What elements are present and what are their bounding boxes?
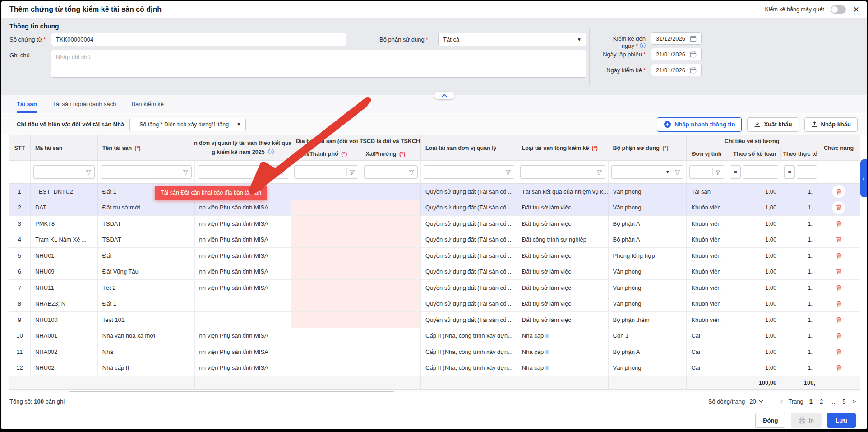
ghi-chu-field[interactable]: Nhập ghi chú xyxy=(51,50,586,78)
calendar-icon[interactable] xyxy=(690,35,697,42)
bo-phan-su-dung-select[interactable]: Tất cả ▼ xyxy=(438,33,586,46)
import-button[interactable]: Nhập khẩu xyxy=(804,117,858,132)
page-1[interactable]: 1 xyxy=(808,398,814,405)
filter-don-vi-input[interactable] xyxy=(201,168,275,176)
page-2[interactable]: 2 xyxy=(818,398,824,405)
delete-row-button[interactable] xyxy=(832,281,845,294)
tab-tai-san[interactable]: Tài sản xyxy=(17,95,37,113)
col-bo-phan-su-dung[interactable]: Bộ phận sử dụng (*) xyxy=(608,135,687,160)
delete-row-button[interactable] xyxy=(832,330,845,342)
delete-row-button[interactable] xyxy=(832,217,845,230)
rows-per-page-select[interactable]: 20 xyxy=(749,398,763,405)
table-row[interactable]: 11NHA002Nhành viện Phụ sản tỉnh MISACấp … xyxy=(9,344,860,360)
cell-ma: PMKT8 xyxy=(31,216,98,232)
filter-thuc-te-input[interactable] xyxy=(800,168,814,176)
delete-row-button[interactable] xyxy=(832,313,845,326)
collapse-panel-button[interactable] xyxy=(434,92,454,99)
delete-row-button[interactable] xyxy=(832,297,845,310)
table-row[interactable]: 1TEST_DNTU2Đất 1Quyền sử dụng đất (Tài s… xyxy=(9,184,860,200)
ngay-lap-phieu-field[interactable]: 21/01/2026 xyxy=(651,48,702,60)
chi-tieu-select[interactable]: = Số tầng * Diện tích xây dựng/1 tầng ▼ xyxy=(129,118,246,131)
filter-dvt-input[interactable] xyxy=(693,168,710,176)
calendar-icon[interactable] xyxy=(690,51,697,58)
table-row[interactable]: 4Trạm KL Nậm Xé ...TSDATnh viện Phụ sản … xyxy=(9,232,860,248)
filter-theo-so-input[interactable] xyxy=(746,168,775,176)
filter-funnel-icon[interactable] xyxy=(83,168,92,176)
filter-funnel-icon[interactable] xyxy=(594,168,602,176)
filter-ten-input[interactable] xyxy=(104,168,178,176)
equals-operator[interactable]: = xyxy=(784,165,795,179)
table-row[interactable]: 3PMKT8TSDATnh viện Phụ sản tỉnh MISAQuyề… xyxy=(9,216,860,232)
col-xa-phuong[interactable]: Xã/Phường (*) xyxy=(361,148,421,160)
table-row[interactable]: 9NHU100Test 101Quyền sử dụng đất (Tài sả… xyxy=(9,312,860,328)
col-tinh-thanh-pho[interactable]: Tỉnh/Thành phố (*) xyxy=(291,148,361,160)
col-theo-so-ke-toan[interactable]: Theo sổ kế toán xyxy=(727,148,781,160)
delete-row-button[interactable] xyxy=(832,233,845,246)
close-icon[interactable]: ✕ xyxy=(852,5,860,14)
so-chung-tu-field[interactable] xyxy=(51,33,346,46)
table-row[interactable]: 10NHA001Nhà văn hóa xã mớinh viện Phụ sả… xyxy=(9,328,860,344)
cell-bo_phan: Văn phòng xyxy=(609,280,687,296)
ngay-kiem-ke-field[interactable]: 21/01/2026 xyxy=(651,64,702,76)
delete-row-button[interactable] xyxy=(832,362,845,374)
filter-bo-phan-input[interactable] xyxy=(614,168,664,176)
filter-funnel-icon[interactable] xyxy=(277,168,285,176)
tab-tai-san-ngoai-danh-sach[interactable]: Tài sản ngoài danh sách xyxy=(52,95,116,113)
table-row[interactable]: 2DATĐất trụ sở mớinh viện Phụ sản tỉnh M… xyxy=(9,200,860,216)
kiem-ke-den-ngay-field[interactable]: 31/12/2026 xyxy=(651,32,702,45)
next-page-button[interactable]: > xyxy=(851,398,857,405)
filter-funnel-icon[interactable] xyxy=(712,168,721,176)
table-row[interactable]: 8NHAB23; NĐất 1Quyền sử dụng đất (Tài sả… xyxy=(9,296,860,312)
tab-ban-kiem-ke[interactable]: Ban kiểm kê xyxy=(131,95,164,113)
table-row[interactable]: 7NHU11Tét 2nh viện Phụ sản tỉnh MISAQuyề… xyxy=(9,280,860,296)
table-row[interactable]: 6NHU09Đất Vũng Tàunh viện Phụ sản tỉnh M… xyxy=(9,264,860,280)
col-don-vi-quan-ly[interactable]: n đơn vị quản lý tài sản theo kết quả g … xyxy=(194,135,291,160)
scanner-toggle[interactable] xyxy=(831,5,846,14)
filter-ma-input[interactable] xyxy=(37,168,81,176)
filter-xa-input[interactable] xyxy=(367,168,404,176)
print-button[interactable]: In xyxy=(791,413,822,428)
cell-theo_so: 1,00 xyxy=(727,328,781,344)
col-loai-ts-don-vi-quan-ly[interactable]: Loại tài sản đơn vị quản lý xyxy=(421,135,517,160)
delete-row-button[interactable] xyxy=(832,345,845,358)
delete-row-button[interactable] xyxy=(832,185,845,198)
page-label: Trang xyxy=(788,398,803,405)
filter-loai-dvql-input[interactable] xyxy=(427,168,500,176)
col-group-so-luong: Chỉ tiêu về số lượng Đơn vị tính Theo sổ… xyxy=(687,135,817,160)
equals-operator[interactable]: = xyxy=(730,165,741,179)
close-button[interactable]: Đóng xyxy=(755,413,785,428)
delete-row-button[interactable] xyxy=(832,201,845,214)
info-icon[interactable]: ⓘ xyxy=(268,149,274,155)
filter-funnel-icon[interactable] xyxy=(503,168,511,176)
chevron-down-icon[interactable]: ▼ xyxy=(665,170,669,174)
cell-bo_phan: Bộ phận A xyxy=(609,216,687,232)
filter-loai-tkk-input[interactable] xyxy=(523,168,591,176)
filter-funnel-icon[interactable] xyxy=(406,168,415,176)
filter-funnel-icon[interactable] xyxy=(346,168,355,176)
save-button[interactable]: Lưu xyxy=(827,413,856,428)
page-ellipsis[interactable]: ... xyxy=(829,398,836,405)
cell-thuc_te: 1, xyxy=(781,184,817,200)
col-loai-ts-tong-kiem-ke[interactable]: Loại tài sản tổng kiểm kê (*) xyxy=(517,135,609,160)
col-theo-thuc-te[interactable]: Theo thực tế xyxy=(781,148,817,160)
delete-row-button[interactable] xyxy=(832,265,845,278)
calendar-icon[interactable] xyxy=(690,67,697,74)
filter-theo-so: = xyxy=(727,161,781,183)
cell-ma: NHU11 xyxy=(31,280,98,296)
table-row[interactable]: 12NHU02Nhà cấp IInh viện Phụ sản tỉnh MI… xyxy=(9,360,860,376)
col-ten-tai-san[interactable]: Tên tài sản (*) xyxy=(98,135,195,160)
quick-input-button[interactable]: Nhập nhanh thông tin xyxy=(657,117,742,132)
filter-funnel-icon[interactable] xyxy=(672,168,680,176)
side-panel-tab[interactable]: ‹ xyxy=(860,159,867,197)
col-stt[interactable]: STT xyxy=(9,135,31,160)
page-5[interactable]: 5 xyxy=(841,398,847,405)
col-don-vi-tinh[interactable]: Đơn vị tính xyxy=(687,148,727,160)
filter-funnel-icon[interactable] xyxy=(180,168,189,176)
col-ma-tai-san[interactable]: Mã tài sản xyxy=(31,135,98,160)
export-button[interactable]: Xuất khẩu xyxy=(747,117,799,132)
prev-page-button[interactable]: < xyxy=(779,398,784,405)
so-chung-tu-input[interactable] xyxy=(56,36,342,43)
delete-row-button[interactable] xyxy=(832,249,845,262)
table-row[interactable]: 5NHU01Đấtnh viện Phụ sản tỉnh MISAQuyền … xyxy=(9,248,860,264)
filter-tinh-input[interactable] xyxy=(297,168,344,176)
